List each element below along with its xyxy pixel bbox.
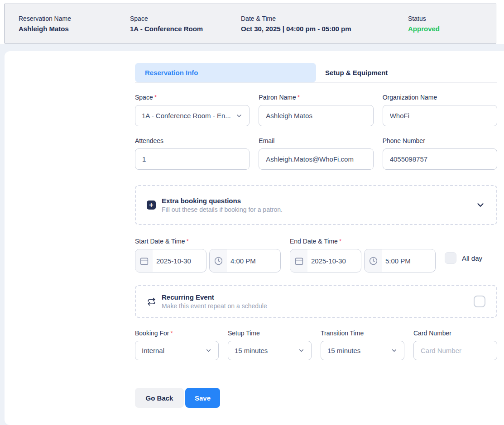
form-tabs: Reservation Info Setup & Equipment	[135, 63, 497, 83]
all-day-checkbox[interactable]	[445, 252, 456, 264]
phone-label: Phone Number	[383, 137, 497, 144]
transition-time-field-group: Transition Time 15 minutes	[321, 329, 404, 360]
summary-date-time: Date & Time Oct 30, 2025 | 04:00 pm - 05…	[241, 15, 408, 33]
tab-setup-equipment[interactable]: Setup & Equipment	[316, 63, 388, 82]
booking-for-field-group: Booking For* Internal	[135, 329, 219, 360]
extra-booking-questions-section[interactable]: + Extra booking questions Fill out these…	[135, 185, 497, 225]
repeat-icon	[147, 297, 156, 306]
attendees-input[interactable]	[135, 148, 250, 170]
chevron-down-icon	[235, 112, 243, 119]
reservation-form-card: Reservation Info Setup & Equipment Space…	[5, 51, 504, 425]
end-datetime-label: End Date & Time*	[290, 238, 436, 245]
space-select-value: 1A - Conference Room - En...	[142, 112, 231, 119]
summary-label: Space	[130, 15, 241, 22]
required-asterisk: *	[170, 329, 173, 337]
organization-field-group: Organization Name	[383, 94, 497, 126]
extra-questions-subtitle: Fill out these details if booking for a …	[162, 206, 283, 213]
recurring-event-section: Recurring Event Make this event repeat o…	[135, 285, 497, 318]
transition-time-label: Transition Time	[321, 329, 404, 337]
booking-for-select[interactable]: Internal	[135, 341, 219, 360]
end-date-value: 2025-10-30	[307, 257, 346, 265]
end-time-picker[interactable]: 5:00 PM	[364, 249, 436, 272]
space-field-group: Space* 1A - Conference Room - En...	[135, 94, 250, 126]
space-label: Space*	[135, 94, 250, 101]
recurring-event-title: Recurring Event	[162, 293, 267, 301]
phone-input[interactable]	[383, 148, 497, 170]
save-button[interactable]: Save	[185, 388, 220, 408]
patron-name-label: Patron Name*	[259, 94, 373, 101]
transition-time-value: 15 minutes	[327, 347, 360, 354]
organization-label: Organization Name	[383, 94, 497, 101]
chevron-down-icon	[298, 347, 305, 354]
chevron-down-icon	[205, 347, 212, 354]
required-asterisk: *	[298, 94, 300, 101]
start-time-picker[interactable]: 4:00 PM	[209, 249, 281, 272]
required-asterisk: *	[186, 238, 188, 245]
clock-icon	[365, 249, 382, 272]
start-date-picker[interactable]: 2025-10-30	[135, 249, 206, 272]
end-date-picker[interactable]: 2025-10-30	[290, 249, 361, 272]
required-asterisk: *	[339, 238, 341, 245]
tab-reservation-info[interactable]: Reservation Info	[135, 63, 316, 82]
calendar-icon	[290, 249, 307, 272]
start-date-value: 2025-10-30	[153, 257, 191, 265]
summary-space: Space 1A - Conference Room	[130, 15, 241, 33]
email-label: Email	[259, 137, 373, 144]
patron-name-field-group: Patron Name*	[259, 94, 373, 126]
calendar-icon	[135, 249, 153, 272]
chevron-down-icon[interactable]	[475, 200, 485, 210]
setup-time-select[interactable]: 15 minutes	[228, 341, 312, 360]
go-back-button[interactable]: Go Back	[135, 388, 184, 408]
organization-input[interactable]	[383, 105, 497, 126]
end-datetime-group: End Date & Time* 2025-10-30 5:00 PM	[290, 238, 436, 272]
clock-icon	[210, 249, 227, 272]
email-input[interactable]	[259, 148, 373, 170]
email-field-group: Email	[259, 137, 373, 170]
status-badge: Approved	[408, 25, 496, 33]
attendees-field-group: Attendees	[135, 137, 250, 170]
reservation-summary-bar: Reservation Name Ashleigh Matos Space 1A…	[5, 4, 496, 43]
card-number-field-group: Card Number	[413, 329, 497, 360]
booking-for-label: Booking For*	[135, 329, 219, 337]
summary-value: 1A - Conference Room	[130, 25, 241, 33]
start-time-value: 4:00 PM	[227, 257, 256, 265]
summary-reservation-name: Reservation Name Ashleigh Matos	[19, 15, 130, 33]
chevron-down-icon	[391, 347, 398, 354]
patron-name-input[interactable]	[259, 105, 373, 126]
recurring-event-subtitle: Make this event repeat on a schedule	[162, 302, 267, 310]
setup-time-value: 15 minutes	[235, 347, 268, 354]
start-datetime-label: Start Date & Time*	[135, 238, 281, 245]
start-datetime-group: Start Date & Time* 2025-10-30 4:00 PM	[135, 238, 281, 272]
plus-icon: +	[147, 201, 156, 210]
tab-label: Reservation Info	[145, 69, 198, 76]
summary-label: Date & Time	[241, 15, 408, 22]
transition-time-select[interactable]: 15 minutes	[321, 341, 404, 360]
summary-value: Oct 30, 2025 | 04:00 pm - 05:00 pm	[241, 25, 408, 33]
setup-time-field-group: Setup Time 15 minutes	[228, 329, 312, 360]
card-number-input[interactable]	[413, 341, 497, 360]
card-number-label: Card Number	[413, 329, 497, 337]
all-day-toggle-group: All day	[445, 252, 482, 264]
end-time-value: 5:00 PM	[382, 257, 411, 265]
tab-label: Setup & Equipment	[325, 69, 388, 76]
booking-for-value: Internal	[142, 347, 164, 354]
all-day-label: All day	[462, 254, 482, 262]
required-asterisk: *	[154, 94, 157, 101]
summary-value: Ashleigh Matos	[19, 25, 130, 33]
summary-label: Reservation Name	[19, 15, 130, 22]
summary-label: Status	[408, 15, 496, 22]
summary-status: Status Approved	[408, 15, 496, 33]
setup-time-label: Setup Time	[228, 329, 312, 337]
extra-questions-title: Extra booking questions	[162, 197, 283, 205]
space-select[interactable]: 1A - Conference Room - En...	[135, 105, 250, 126]
attendees-label: Attendees	[135, 137, 250, 144]
phone-field-group: Phone Number	[383, 137, 497, 170]
recurring-event-checkbox[interactable]	[474, 296, 485, 307]
